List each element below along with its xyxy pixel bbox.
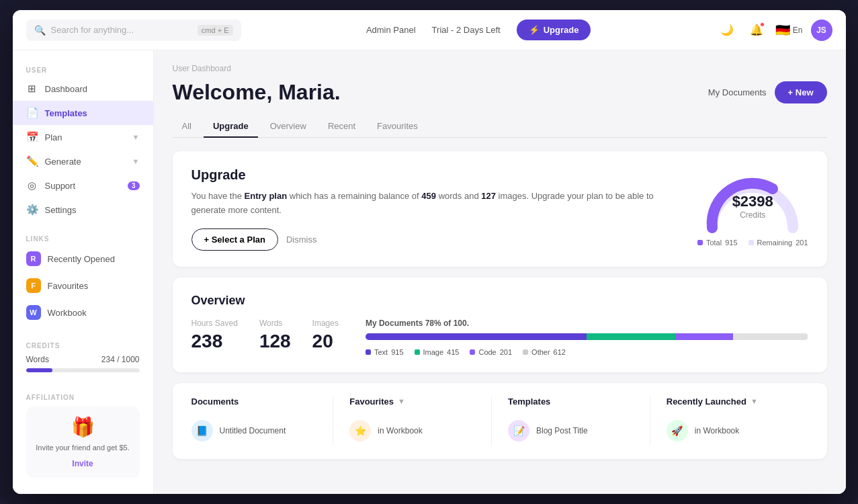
overview-content: Hours Saved 238 Words 128 Images 20 (191, 319, 808, 356)
my-documents-link[interactable]: My Documents (708, 87, 767, 97)
other-dot (523, 349, 528, 355)
upgrade-button[interactable]: ⚡ Upgrade (517, 19, 591, 40)
overview-title: Overview (191, 294, 808, 308)
sidebar-item-support[interactable]: ◎ Support 3 (13, 173, 153, 198)
favourites-item[interactable]: ⭐ in Workbook (349, 416, 475, 446)
credits-words-label: Words (26, 355, 49, 364)
lightning-icon: ⚡ (529, 25, 540, 35)
main-layout: USER ⊞ Dashboard 📄 Templates 📅 Plan ▼ ✏️… (13, 50, 846, 494)
workbook-avatar: W (26, 305, 41, 320)
recently-opened-label: Recently Opened (48, 254, 115, 264)
document-name: Untitled Document (220, 426, 286, 435)
prog-code-segment (675, 333, 733, 340)
tab-upgrade[interactable]: Upgrade (204, 116, 258, 138)
sidebar-link-favourites[interactable]: F Favourites (13, 272, 153, 299)
new-button[interactable]: + New (775, 81, 827, 103)
dark-mode-button[interactable]: 🌙 (716, 19, 738, 41)
legend-other: Other 612 (523, 348, 566, 356)
image-dot (415, 349, 420, 355)
topbar-right: 🌙 🔔 🇩🇪 En JS (716, 19, 832, 41)
legend-remaining-dot (748, 240, 754, 245)
user-avatar[interactable]: JS (811, 19, 832, 41)
links-section-label: LINKS (13, 230, 153, 245)
tab-all[interactable]: All (173, 116, 201, 138)
page-title: Welcome, Maria. (173, 80, 341, 105)
sidebar: USER ⊞ Dashboard 📄 Templates 📅 Plan ▼ ✏️… (13, 50, 154, 494)
progress-bar-multi (366, 333, 808, 340)
legend-code: Code 201 (470, 348, 512, 356)
legend-total-value: 915 (725, 239, 737, 247)
legend-remaining-label: Remaining (757, 239, 793, 247)
hours-saved-label: Hours Saved (191, 319, 238, 328)
upgrade-images: 127 (481, 191, 496, 201)
upgrade-desc-before: You have the (191, 191, 245, 201)
tab-recent[interactable]: Recent (318, 116, 365, 138)
user-section-label: USER (13, 61, 153, 77)
trial-label: Trial - 2 Days Left (432, 25, 501, 35)
select-plan-button[interactable]: + Select a Plan (191, 228, 278, 251)
sidebar-link-recently-opened[interactable]: R Recently Opened (13, 245, 153, 272)
sidebar-link-workbook[interactable]: W Workbook (13, 299, 153, 326)
sidebar-support-label: Support (45, 181, 121, 191)
invite-button[interactable]: Invite (36, 459, 130, 468)
tab-overview[interactable]: Overview (261, 116, 316, 138)
dismiss-button[interactable]: Dismiss (286, 235, 317, 245)
favourites-avatar: F (26, 278, 41, 293)
credits-words-value: 234 / 1000 (101, 355, 140, 364)
legend-total-dot (697, 240, 703, 245)
legend-remaining-value: 201 (796, 239, 808, 247)
recently-launched-col: Recently Launched ▼ 🚀 in Workbook (667, 396, 808, 446)
sidebar-item-generate[interactable]: ✏️ Generate ▼ (13, 149, 153, 173)
affiliation-text: Invite your friend and get $5. (36, 442, 130, 454)
favourites-label: Favourites (48, 281, 89, 291)
donut-legend: Total 915 Remaining 201 (697, 239, 808, 247)
sidebar-item-plan[interactable]: 📅 Plan ▼ (13, 125, 153, 149)
lang-label: En (793, 26, 803, 35)
upgrade-title: Upgrade (191, 167, 681, 183)
generate-chevron-icon: ▼ (132, 157, 140, 165)
favourites-col-title: Favourites ▼ (349, 396, 475, 407)
sidebar-item-settings[interactable]: ⚙️ Settings (13, 198, 153, 222)
templates-col-title: Templates (508, 396, 634, 407)
document-item[interactable]: 📘 Untitled Document (191, 416, 317, 446)
recently-launched-item[interactable]: 🚀 in Workbook (667, 416, 792, 446)
upgrade-left: Upgrade You have the Entry plan which ha… (191, 167, 681, 251)
recently-launched-item-icon: 🚀 (667, 420, 688, 442)
support-icon: ◎ (26, 179, 38, 192)
stat-words: Words 128 (259, 319, 291, 352)
templates-icon: 📄 (26, 107, 38, 119)
sidebar-item-templates[interactable]: 📄 Templates (13, 101, 153, 125)
text-dot (366, 349, 371, 355)
templates-item[interactable]: 📝 Blog Post Title (508, 416, 634, 446)
upgrade-plan-name: Entry plan (245, 191, 288, 201)
notifications-button[interactable]: 🔔 (746, 19, 767, 41)
favourites-chevron-icon: ▼ (398, 397, 405, 405)
upgrade-actions: + Select a Plan Dismiss (191, 228, 681, 251)
recently-opened-avatar: R (26, 251, 41, 266)
tab-favourites[interactable]: Favourites (368, 116, 427, 138)
legend-remaining: Remaining 201 (748, 239, 808, 247)
workbook-label: Workbook (48, 308, 87, 318)
recently-launched-col-title: Recently Launched ▼ (667, 396, 792, 407)
sidebar-item-dashboard[interactable]: ⊞ Dashboard (13, 77, 153, 101)
generate-icon: ✏️ (26, 155, 38, 167)
templates-col: Templates 📝 Blog Post Title (508, 396, 650, 446)
upgrade-right: $2398 Credits Total 915 (697, 167, 808, 247)
sidebar-generate-label: Generate (45, 157, 126, 167)
bottom-row: Documents 📘 Untitled Document (173, 383, 827, 459)
page-header: Welcome, Maria. My Documents + New (173, 80, 827, 105)
search-box[interactable]: 🔍 Search for anything... cmd + E (26, 19, 241, 41)
images-value: 20 (312, 331, 339, 352)
upgrade-words: 459 (421, 191, 436, 201)
donut-label: Credits (732, 210, 773, 220)
doc-progress-label: My Documents 78% of 100. (366, 319, 808, 328)
plan-chevron-icon: ▼ (132, 133, 140, 141)
main-content: User Dashboard Welcome, Maria. My Docume… (154, 50, 846, 494)
language-selector[interactable]: 🇩🇪 En (775, 23, 803, 38)
admin-panel-label[interactable]: Admin Panel (366, 25, 416, 35)
favourites-item-icon: ⭐ (349, 420, 371, 442)
documents-col-title: Documents (191, 396, 317, 407)
sidebar-settings-label: Settings (45, 205, 140, 215)
favourites-col: Favourites ▼ ⭐ in Workbook (349, 396, 492, 446)
legend-total-label: Total (706, 239, 722, 247)
